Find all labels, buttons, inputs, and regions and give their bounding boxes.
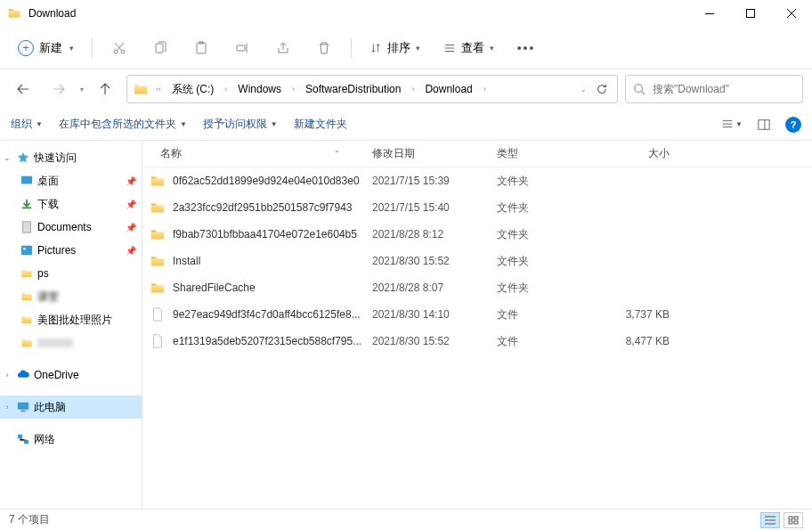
chevron-right-icon[interactable]: › [408, 85, 418, 94]
svg-rect-11 [23, 222, 31, 232]
list-icon [443, 42, 456, 54]
sidebar-downloads[interactable]: 下载 📌 [0, 192, 142, 216]
minimize-button[interactable] [689, 0, 730, 27]
maximize-button[interactable] [730, 0, 771, 27]
svg-rect-15 [20, 411, 25, 412]
file-name: f9bab7301bfbbaa41704e072e1e604b5 [173, 228, 357, 241]
more-button[interactable]: ••• [508, 32, 544, 64]
sidebar-quick-access[interactable]: ⌄ 快速访问 [0, 146, 142, 169]
file-row[interactable]: Install2021/8/30 15:52文件夹 [142, 248, 812, 274]
back-button[interactable] [9, 75, 37, 103]
organize-menu[interactable]: 组织▼ [11, 117, 43, 132]
preview-pane-button[interactable] [753, 114, 775, 135]
sidebar-documents[interactable]: Documents 📌 [0, 216, 142, 239]
file-size: 8,477 KB [588, 335, 677, 347]
download-icon [20, 197, 34, 211]
chevron-down-icon: ▾ [69, 44, 74, 53]
sidebar-item[interactable]: 课堂 [0, 285, 142, 308]
file-row[interactable]: 2a323fcc92df2951bb2501587c9f79432021/7/1… [142, 194, 812, 221]
toolbar: + 新建 ▾ 排序 ▾ 查看 ▾ ••• [0, 27, 812, 69]
view-button[interactable]: 查看 ▾ [434, 35, 503, 61]
file-date: 2021/8/30 14:10 [365, 308, 490, 321]
file-row[interactable]: 9e27eac949df3f4c7d0aff4bcc6125fe8...2021… [142, 301, 812, 328]
refresh-button[interactable] [596, 83, 608, 95]
file-row[interactable]: SharedFileCache2021/8/28 8:07文件夹 [142, 274, 812, 301]
file-type: 文件 [490, 307, 588, 322]
column-date[interactable]: 修改日期 [365, 146, 490, 161]
svg-rect-20 [789, 521, 792, 524]
forward-button[interactable] [45, 75, 73, 103]
search-input[interactable] [653, 83, 795, 95]
expand-icon[interactable]: › [2, 403, 12, 412]
file-type: 文件夹 [490, 200, 588, 216]
file-date: 2021/8/28 8:07 [365, 281, 490, 294]
breadcrumb-item[interactable]: 系统 (C:) [166, 78, 219, 101]
svg-rect-14 [18, 403, 28, 410]
file-row[interactable]: f9bab7301bfbbaa41704e072e1e604b52021/8/2… [142, 221, 812, 248]
expand-icon[interactable]: › [2, 371, 12, 379]
delete-button[interactable] [306, 32, 342, 64]
up-button[interactable] [91, 75, 119, 103]
new-button[interactable]: + 新建 ▾ [9, 35, 83, 61]
chevron-down-icon: ▾ [416, 44, 420, 53]
file-row[interactable]: 0f62ac52dd1899e9d924e04e010d83e02021/7/1… [142, 167, 812, 194]
sidebar-desktop[interactable]: 桌面 📌 [0, 169, 142, 192]
sidebar-item[interactable]: 美图批处理照片 [0, 308, 142, 331]
folder-icon [20, 289, 34, 304]
search-box[interactable] [625, 75, 803, 103]
sidebar-network[interactable]: 网络 [0, 428, 142, 451]
divider [92, 37, 93, 59]
paste-button[interactable] [183, 32, 219, 64]
include-library-menu[interactable]: 在库中包含所选的文件夹▼ [59, 117, 187, 132]
navbar: ▾ ‹‹ 系统 (C:) › Windows › SoftwareDistrib… [0, 69, 812, 109]
collapse-icon[interactable]: ⌄ [2, 153, 12, 162]
chevron-right-icon[interactable]: › [288, 85, 298, 94]
close-button[interactable] [771, 0, 812, 27]
sidebar-ps[interactable]: ps [0, 262, 142, 285]
svg-point-2 [114, 50, 118, 53]
sort-button[interactable]: 排序 ▾ [361, 35, 429, 61]
file-name: 9e27eac949df3f4c7d0aff4bcc6125fe8... [173, 308, 361, 321]
column-type[interactable]: 类型 [490, 146, 588, 161]
breadcrumb-item[interactable]: Windows [232, 79, 287, 99]
details-view-button[interactable] [760, 512, 780, 528]
svg-rect-5 [197, 43, 206, 53]
new-folder-button[interactable]: 新建文件夹 [294, 117, 347, 132]
address-bar[interactable]: ‹‹ 系统 (C:) › Windows › SoftwareDistribut… [126, 75, 618, 103]
chevron-down-icon[interactable]: ▾ [80, 86, 84, 94]
chevron-right-icon[interactable]: ‹‹ [152, 85, 165, 94]
svg-rect-21 [794, 521, 798, 524]
folder-icon [150, 280, 166, 296]
chevron-right-icon[interactable]: › [480, 85, 490, 94]
svg-rect-12 [21, 246, 32, 256]
breadcrumb-item[interactable]: SoftwareDistribution [300, 79, 406, 99]
grant-access-menu[interactable]: 授予访问权限▼ [203, 117, 278, 132]
chevron-down-icon[interactable]: ⌄ [581, 86, 587, 94]
sidebar-this-pc[interactable]: › 此电脑 [0, 395, 142, 419]
search-icon [633, 83, 646, 95]
divider [351, 37, 352, 59]
sidebar-item[interactable] [0, 331, 142, 355]
share-button[interactable] [265, 32, 301, 64]
cut-button[interactable] [102, 32, 137, 64]
file-date: 2021/7/15 15:40 [365, 201, 490, 214]
copy-button[interactable] [142, 32, 178, 64]
sort-asc-icon: ⌃ [334, 150, 340, 158]
chevron-right-icon[interactable]: › [221, 85, 231, 94]
help-button[interactable]: ? [785, 117, 801, 133]
column-size[interactable]: 大小 [588, 146, 677, 161]
breadcrumb-item[interactable]: Download [419, 79, 477, 99]
rename-button[interactable] [224, 32, 260, 64]
column-name[interactable]: 名称⌃ [142, 146, 365, 161]
chevron-down-icon: ▾ [490, 44, 494, 53]
sidebar-onedrive[interactable]: › OneDrive [0, 363, 142, 387]
detail-view-button[interactable]: ▼ [721, 114, 743, 135]
file-row[interactable]: e1f1319a5deb5207f2315ecb588cf795...2021/… [142, 328, 812, 355]
column-headers: 名称⌃ 修改日期 类型 大小 [142, 141, 812, 167]
command-bar: 组织▼ 在库中包含所选的文件夹▼ 授予访问权限▼ 新建文件夹 ▼ ? [0, 109, 812, 141]
svg-point-13 [23, 248, 26, 250]
file-date: 2021/8/28 8:12 [365, 228, 490, 241]
svg-rect-19 [794, 517, 798, 519]
sidebar-pictures[interactable]: Pictures 📌 [0, 239, 142, 262]
large-icons-view-button[interactable] [784, 512, 803, 528]
